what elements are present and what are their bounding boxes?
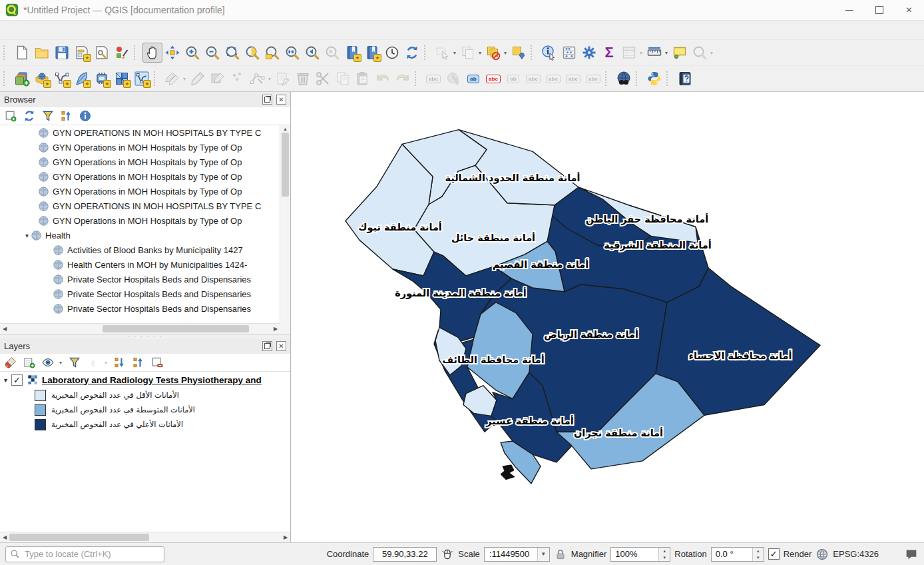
select-features-button[interactable] (433, 43, 453, 63)
maximize-button[interactable] (864, 0, 894, 20)
open-project-button[interactable] (32, 43, 52, 63)
temporal-controller-button[interactable] (382, 43, 402, 63)
remove-layer-button[interactable] (149, 354, 165, 370)
show-bookmarks-button[interactable]: ★ (362, 43, 382, 63)
zoom-full-button[interactable] (222, 43, 242, 63)
browser-tree-item[interactable]: GYN Operations in MOH Hospitals by Type … (0, 140, 280, 155)
statistical-summary-button[interactable]: Σ (599, 43, 619, 63)
menu-item[interactable] (89, 28, 101, 32)
toolbar-handle[interactable] (3, 45, 9, 60)
menu-item[interactable] (29, 28, 41, 32)
crs-globe-icon[interactable] (815, 548, 829, 561)
attribute-table-button[interactable] (619, 43, 639, 63)
new-spatialite-layer-button[interactable]: ★ (132, 69, 152, 89)
new-project-button[interactable] (12, 43, 32, 63)
pan-to-selection-button[interactable] (162, 43, 182, 63)
properties-button[interactable] (77, 108, 93, 124)
map-themes-dropdown[interactable]: ▾ (57, 360, 64, 366)
metasearch-button[interactable] (614, 69, 634, 89)
zoom-in-button[interactable] (182, 43, 202, 63)
add-group-button[interactable] (21, 354, 37, 370)
toolbar-handle[interactable] (415, 71, 420, 86)
filter-legend-button[interactable] (67, 354, 83, 370)
menu-item[interactable] (65, 28, 77, 32)
expand-all-button[interactable] (112, 354, 128, 370)
browser-close-button[interactable]: ✕ (276, 95, 286, 105)
browser-horizontal-scrollbar[interactable]: ◀ ▶ (0, 323, 280, 334)
field-calculator-button[interactable] (559, 43, 579, 63)
menu-item[interactable] (137, 28, 149, 32)
unplaced-labels-button[interactable]: abc (483, 69, 503, 89)
zoom-last-button[interactable] (302, 43, 322, 63)
undo-button[interactable] (373, 69, 393, 89)
vertex-tool-button[interactable] (248, 69, 268, 89)
magnifier-spinbox[interactable]: 100% ▲▼ (610, 547, 670, 562)
legend-item[interactable]: الأمانات الأقل في عدد الفحوص المخبرية (0, 388, 290, 402)
menu-item[interactable] (101, 28, 113, 32)
new-scratch-layer-button[interactable]: ★ (92, 69, 112, 89)
labeling-options-button[interactable]: abc (423, 69, 443, 89)
browser-tree-item[interactable]: Health Centers in MOH by Municipalities … (0, 257, 280, 272)
browser-tree-item[interactable]: GYN Operations in MOH Hospitals by Type … (0, 213, 280, 228)
zoom-native-button[interactable] (282, 43, 302, 63)
scroll-right-arrow[interactable]: ▶ (281, 534, 290, 540)
refresh-browser-button[interactable] (21, 108, 37, 124)
add-selected-layers-button[interactable] (3, 108, 19, 124)
toggle-editing-button[interactable] (188, 69, 208, 89)
current-edits-dropdown[interactable]: ▾ (181, 76, 188, 82)
move-label-button[interactable]: abc (543, 69, 563, 89)
filter-expression-button[interactable]: ε (85, 354, 101, 370)
map-region-tabuk[interactable] (346, 144, 434, 276)
delete-selected-button[interactable] (293, 69, 313, 89)
redo-button[interactable] (393, 69, 413, 89)
map-tips-button[interactable] (670, 43, 690, 63)
scroll-thumb[interactable] (9, 534, 149, 541)
diagram-options-button[interactable] (443, 69, 463, 89)
collapse-all-button[interactable] (59, 108, 75, 124)
new-bookmark-button[interactable]: ★ (342, 43, 362, 63)
identify-features-button[interactable] (539, 43, 559, 63)
processing-toolbox-button[interactable] (579, 43, 599, 63)
map-region-farasan-islands[interactable] (501, 465, 515, 480)
tree-expand-icon[interactable]: ▾ (25, 232, 29, 239)
zoom-next-button[interactable] (322, 43, 342, 63)
mouse-extent-toggle-icon[interactable] (441, 548, 454, 561)
rotate-label-button[interactable]: abc (563, 69, 583, 89)
menu-item[interactable] (125, 28, 137, 32)
highlight-pinned-labels-button[interactable]: ab (503, 69, 523, 89)
modify-attributes-button[interactable] (273, 69, 293, 89)
menu-item[interactable] (113, 28, 125, 32)
new-shapefile-button[interactable]: ★ (52, 69, 72, 89)
menu-item[interactable] (5, 28, 17, 32)
layer-styling-button[interactable] (3, 354, 19, 370)
toolbar-handle[interactable] (154, 71, 159, 86)
filter-browser-button[interactable] (40, 108, 56, 124)
deselect-features-button[interactable] (483, 43, 503, 63)
scroll-thumb[interactable] (103, 325, 249, 332)
show-hide-labels-button[interactable]: abc (523, 69, 543, 89)
paste-features-button[interactable] (353, 69, 373, 89)
save-project-button[interactable] (52, 43, 72, 63)
save-edits-button[interactable] (208, 69, 228, 89)
scale-combobox[interactable]: :11449500 ▼ (484, 547, 550, 562)
vertex-tool-dropdown[interactable]: ▾ (266, 76, 273, 82)
python-console-button[interactable] (644, 69, 664, 89)
crs-value[interactable]: EPSG:4326 (833, 549, 879, 559)
menu-item[interactable] (53, 28, 65, 32)
browser-tree-item[interactable]: GYN OPERATIONS IN MOH HOSPITALS BY TYPE … (0, 199, 280, 213)
toolbar-handle[interactable] (636, 71, 641, 86)
layer-row[interactable]: ▾ ✓ Laboratory and Radiology Tests Physi… (0, 371, 290, 388)
legend-item[interactable]: الأمانات الأعلي في عدد الفحوص المخبرية (0, 417, 290, 432)
pin-labels-button[interactable]: ab (463, 69, 483, 89)
new-virtual-layer-button[interactable]: ★ (112, 69, 132, 89)
spin-up-arrow[interactable]: ▲ (753, 548, 764, 554)
select-by-expression-button[interactable] (458, 43, 478, 63)
browser-tree-item[interactable]: ▾ Health (0, 228, 280, 243)
scale-dropdown-arrow[interactable]: ▼ (537, 548, 549, 561)
copy-features-button[interactable] (333, 69, 353, 89)
toolbar-handle[interactable] (666, 71, 672, 86)
help-button[interactable] (675, 69, 695, 89)
browser-tree-item[interactable]: GYN OPERATIONS IN MOH HOSPITALS BY TYPE … (0, 125, 280, 140)
spin-down-arrow[interactable]: ▼ (753, 554, 764, 561)
add-vector-layer-button[interactable]: ★ (32, 69, 52, 89)
